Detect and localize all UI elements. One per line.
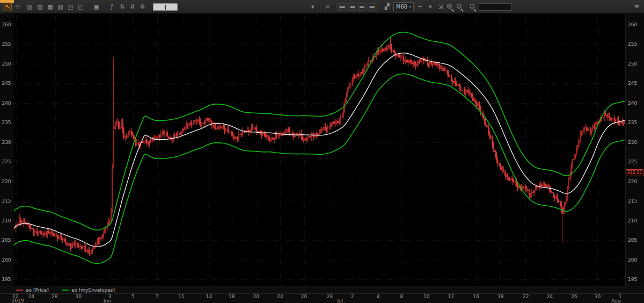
price-tick-label: 210: [626, 218, 644, 223]
date-tick-label: 30: [75, 294, 81, 299]
main-toolbar: ↖⊹▥▤▦▧◳◰▣ƒ⇅⇵⚙▾×|◀◀◀◀▶▶▶▶|▞M60▾+▾⇲+−≡: [0, 0, 644, 14]
date-tick-label: 22: [523, 294, 529, 299]
y-axis-left[interactable]: 2602552502452402352302252202152102052001…: [0, 14, 13, 286]
price-tick-label: 245: [0, 81, 13, 86]
date-tick-label: 16: [473, 294, 479, 299]
date-tick-label: 12: [448, 294, 454, 299]
price-chart-canvas[interactable]: [13, 14, 625, 286]
date-tick-label: 7: [155, 294, 158, 299]
date-tick-label: 18: [497, 294, 503, 299]
price-tick-label: 260: [0, 22, 13, 27]
date-tick-label: 10: [423, 294, 429, 299]
month-label: 2019: [12, 298, 24, 303]
legend-swatch: [62, 290, 69, 291]
sort-ascending-icon[interactable]: ⇅: [118, 2, 127, 11]
price-tick-label: 230: [626, 140, 644, 145]
y-axis-right[interactable]: 2602552502452402352302252202152102052001…: [626, 14, 644, 286]
notes-panel-icon[interactable]: ≡: [632, 2, 641, 11]
price-tick-label: 260: [626, 22, 644, 27]
layout-menu-caret[interactable]: ▾: [308, 2, 317, 11]
price-tick-label: 230: [0, 140, 13, 145]
price-tick-label: 250: [626, 61, 644, 67]
date-tick-label: 14: [206, 294, 212, 299]
fullscreen-icon[interactable]: ⇲: [436, 2, 445, 11]
price-tick-label: 250: [0, 61, 13, 67]
magnifier-lens: [470, 4, 474, 9]
nav-prev-button[interactable]: ◀◀: [347, 3, 356, 11]
nav-last-button[interactable]: ▶▶|: [368, 3, 377, 11]
date-tick-label: 30: [595, 294, 601, 299]
candlestick-style-icon[interactable]: ▥: [25, 2, 34, 11]
price-tick-label: 210: [0, 218, 13, 223]
legend-label: ao [Price]: [26, 287, 49, 293]
date-tick-label: 24: [547, 294, 553, 299]
legend-item[interactable]: ao [myEnvelopes]: [62, 287, 115, 293]
last-price-marker: 222,11: [626, 169, 643, 176]
price-tick-label: 215: [626, 198, 644, 204]
zoom-in-button[interactable]: +: [446, 3, 455, 11]
date-tick-label: 28: [52, 294, 57, 299]
symbol-search-input[interactable]: [479, 3, 512, 11]
crosshair-tool[interactable]: ⊹: [13, 2, 22, 11]
date-tick-label: 2: [351, 294, 354, 299]
date-tick-label: 4: [377, 294, 380, 299]
price-tick-label: 195: [0, 277, 13, 282]
pointer-tool[interactable]: ↖: [3, 2, 12, 11]
nav-first-button[interactable]: |◀◀: [336, 3, 346, 11]
annotation-icon[interactable]: ▣: [92, 2, 101, 11]
legend-swatch: [16, 290, 23, 291]
date-tick-label: 24: [277, 294, 283, 299]
nav-next-button[interactable]: ▶▶: [357, 3, 367, 11]
command-input[interactable]: [153, 3, 178, 11]
price-tick-label: 225: [626, 159, 644, 164]
settings-icon[interactable]: ⚙: [138, 2, 147, 11]
x-axis[interactable]: 2224283035711141820242628248101216182224…: [13, 294, 626, 302]
date-tick-label: 20: [253, 294, 259, 299]
area-style-icon[interactable]: ▧: [56, 2, 65, 11]
chart-type-icon[interactable]: ▞: [383, 2, 392, 11]
timeframe-select[interactable]: M60▾: [393, 2, 414, 11]
sort-descending-icon[interactable]: ⇵: [128, 2, 137, 11]
indicator-icon[interactable]: ƒ: [107, 2, 116, 11]
date-tick-label: 24: [28, 294, 34, 299]
date-tick-label: 11: [178, 294, 184, 299]
date-tick-label: 5: [131, 294, 135, 299]
x-axis-strip: 2224283035711141820242628248101216182224…: [0, 293, 644, 302]
add-indicator-button[interactable]: +: [415, 2, 425, 11]
price-tick-label: 220: [626, 179, 644, 184]
month-label: Jun: [104, 298, 111, 303]
price-tick-label: 255: [626, 41, 644, 47]
price-tick-label: 200: [0, 257, 13, 263]
price-tick-label: 220: [0, 179, 13, 184]
line-style-icon[interactable]: ▦: [46, 2, 55, 11]
legend-item[interactable]: ao [Price]: [16, 287, 49, 293]
price-tick-label: 195: [626, 277, 644, 282]
price-tick-label: 215: [0, 198, 13, 204]
symbol-search-icon[interactable]: [469, 3, 477, 11]
magnifier-lens: +: [447, 4, 452, 9]
window-accent-strip: [0, 0, 14, 3]
bar-style-icon[interactable]: ▤: [35, 2, 45, 11]
magnifier-handle: [451, 9, 454, 12]
chevron-down-icon: ▾: [409, 4, 411, 9]
trading-app-window: ↖⊹▥▤▦▧◳◰▣ƒ⇅⇵⚙▾×|◀◀◀◀▶▶▶▶|▞M60▾+▾⇲+−≡ 260…: [0, 0, 644, 303]
legend-label: ao [myEnvelopes]: [71, 287, 115, 293]
close-icon[interactable]: ×: [323, 2, 332, 11]
magnifier-handle: [460, 9, 464, 12]
price-tick-label: 240: [0, 100, 13, 106]
price-tick-label: 240: [626, 100, 644, 106]
price-tick-label: 235: [626, 120, 644, 125]
price-tick-label: 255: [0, 41, 13, 47]
zoom-out-button[interactable]: −: [456, 3, 464, 11]
price-tick-label: 245: [626, 81, 644, 86]
month-label: Jul: [337, 298, 343, 303]
price-tick-label: 200: [626, 257, 644, 263]
new-window-icon[interactable]: ◳: [66, 2, 75, 11]
price-tick-label: 225: [0, 159, 13, 164]
toolbar-sep: [320, 3, 320, 11]
date-tick-label: 26: [571, 294, 577, 299]
price-tick-label: 235: [0, 120, 13, 125]
chart-legend: ao [Price]ao [myEnvelopes]: [0, 286, 644, 293]
dropdown-caret[interactable]: ▾: [426, 2, 435, 11]
duplicate-window-icon[interactable]: ◰: [76, 2, 85, 11]
